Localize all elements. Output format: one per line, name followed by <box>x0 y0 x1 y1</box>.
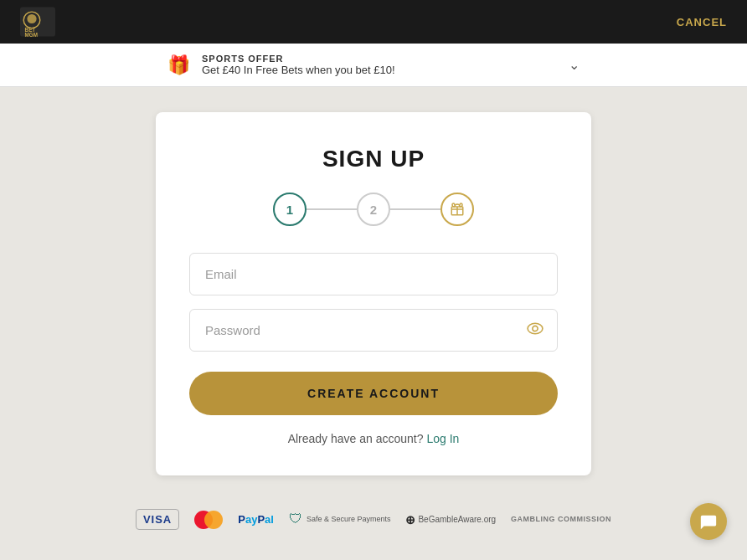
promo-subtitle: Get £40 In Free Bets when you bet £10! <box>202 64 395 76</box>
safe-payments-text: Safe & Secure Payments <box>307 515 391 525</box>
create-account-button[interactable]: CREATE ACCOUNT <box>189 372 558 415</box>
svg-text:MGM: MGM <box>25 32 38 38</box>
steps-indicator: 1 2 <box>189 193 558 226</box>
cancel-button[interactable]: CANCEL <box>677 16 727 28</box>
begambleaware-text: BeGambleAware.org <box>418 515 496 524</box>
promo-left: 🎁 SPORTS OFFER Get £40 In Free Bets when… <box>167 54 395 76</box>
promo-banner: 🎁 SPORTS OFFER Get £40 In Free Bets when… <box>0 44 747 87</box>
gambleware-g-icon: ⊕ <box>405 513 415 527</box>
betmgm-logo: BET MGM <box>20 7 55 37</box>
step-line-1 <box>307 208 357 210</box>
safe-payments-badge: 🛡 Safe & Secure Payments <box>289 511 391 528</box>
shield-icon: 🛡 <box>289 511 302 528</box>
page-title: SIGN UP <box>189 146 558 172</box>
step-2-circle: 2 <box>357 193 390 226</box>
gift-icon: 🎁 <box>167 54 190 76</box>
svg-point-7 <box>533 326 538 331</box>
logo-area: BET MGM <box>20 7 55 37</box>
step-line-2 <box>390 208 440 210</box>
password-toggle-icon[interactable] <box>526 321 544 339</box>
existing-account-text: Already have an account? <box>288 432 424 445</box>
mc-yellow-circle <box>204 511 223 529</box>
mastercard-logo <box>194 511 223 529</box>
email-field-group <box>189 253 558 295</box>
password-input[interactable] <box>189 309 558 352</box>
chat-bubble-button[interactable] <box>690 503 727 540</box>
main-content: SIGN UP 1 2 <box>0 87 747 492</box>
login-link[interactable]: Log In <box>426 432 459 445</box>
password-field-group <box>189 309 558 352</box>
step-1-circle: 1 <box>273 193 307 226</box>
header: BET MGM CANCEL <box>0 0 747 44</box>
step-3-circle <box>440 193 474 226</box>
chevron-down-icon[interactable]: ⌄ <box>569 57 580 73</box>
gift-step-icon <box>450 202 465 217</box>
gambling-commission-badge: GAMBLING COMMISSION <box>511 515 611 525</box>
svg-point-2 <box>27 14 36 23</box>
signup-card: SIGN UP 1 2 <box>156 112 591 475</box>
promo-text: SPORTS OFFER Get £40 In Free Bets when y… <box>202 54 395 76</box>
footer-logos: VISA PayPal 🛡 Safe & Secure Payments ⊕ B… <box>0 492 747 538</box>
chat-icon <box>699 512 718 531</box>
login-prompt: Already have an account? Log In <box>189 432 558 445</box>
svg-point-6 <box>528 323 543 333</box>
promo-title: SPORTS OFFER <box>202 54 395 64</box>
paypal-logo: PayPal <box>238 513 274 526</box>
begambleaware-badge: ⊕ BeGambleAware.org <box>405 513 496 527</box>
visa-logo: VISA <box>136 509 179 530</box>
email-input[interactable] <box>189 253 558 295</box>
